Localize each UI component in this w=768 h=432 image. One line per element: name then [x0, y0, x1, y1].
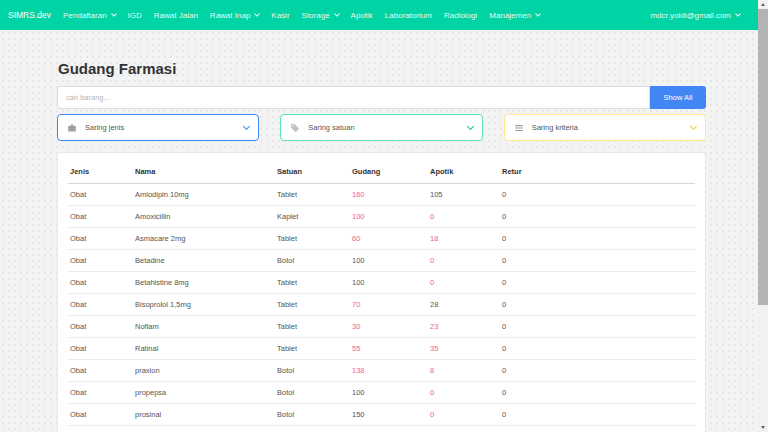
cell-jenis: Obat: [68, 316, 133, 338]
navbar-menu: PendaftaranIGDRawat JalanRawat InapKasir…: [63, 11, 540, 20]
cell-apotik: 0: [428, 206, 500, 228]
cell-satuan: Tablet: [275, 272, 350, 294]
cell-nama: Ratinal: [133, 338, 275, 360]
cell-nama: Betadine: [133, 250, 275, 272]
inventory-table: JenisNamaSatuanGudangApotikRetur ObatAml…: [68, 161, 695, 432]
nav-item-apotik[interactable]: Apotik: [351, 11, 373, 20]
cell-nama: propepsa: [133, 382, 275, 404]
nav-item-rawat-inap[interactable]: Rawat Inap: [210, 11, 259, 20]
scroll-up-arrow-icon: [761, 3, 765, 6]
cell-satuan: Tablet: [275, 228, 350, 250]
briefcase-icon: [67, 123, 77, 133]
nav-item-kasir[interactable]: Kasir: [271, 11, 289, 20]
cell-retur: 0: [500, 184, 695, 206]
cell-nama: Amoxicillin: [133, 206, 275, 228]
cell-apotik: 28: [428, 294, 500, 316]
cell-satuan: Tablet: [275, 316, 350, 338]
tag-icon: [290, 123, 300, 133]
nav-item-label: Manajemen: [489, 11, 531, 20]
table-row: ObatNoflamTablet30230: [68, 316, 695, 338]
scroll-down-button[interactable]: [758, 423, 768, 432]
page-scrollbar: [758, 0, 768, 432]
cell-jenis: Obat: [68, 360, 133, 382]
cell-jenis: Obat: [68, 382, 133, 404]
cell-satuan: Tablet: [275, 426, 350, 432]
nav-item-label: Apotik: [351, 11, 373, 20]
filter-row: Saring jenisSaring satuanSaring kriteria: [57, 114, 706, 141]
cell-nama: Amlodipin 10mg: [133, 184, 275, 206]
cell-apotik: 0: [428, 250, 500, 272]
inventory-table-card: JenisNamaSatuanGudangApotikRetur ObatAml…: [57, 152, 706, 432]
chevron-down-icon: [735, 11, 741, 17]
navbar-brand[interactable]: SIMRS.dev: [8, 10, 51, 20]
nav-item-radiologi[interactable]: Radiologi: [444, 11, 477, 20]
cell-apotik: 0: [428, 382, 500, 404]
cell-retur: 0: [500, 404, 695, 426]
cell-jenis: Obat: [68, 294, 133, 316]
show-all-button[interactable]: Show All: [650, 86, 706, 109]
search-bar: Show All: [57, 86, 706, 109]
cell-jenis: Obat: [68, 272, 133, 294]
cell-retur: 0: [500, 228, 695, 250]
cell-retur: 0: [500, 316, 695, 338]
cell-nama: praxion: [133, 360, 275, 382]
chevron-down-icon: [535, 11, 541, 17]
cell-retur: 0: [500, 382, 695, 404]
filter-saring-satuan[interactable]: Saring satuan: [280, 114, 482, 141]
scrollbar-thumb[interactable]: [758, 9, 768, 305]
cell-jenis: Obat: [68, 228, 133, 250]
cell-apotik: 8: [428, 360, 500, 382]
nav-item-storage[interactable]: Storage: [302, 11, 339, 20]
filter-label: Saring jenis: [85, 123, 236, 132]
table-row: ObatpraxionBotol13880: [68, 360, 695, 382]
main-content: Gudang Farmasi Show All Saring jenisSari…: [0, 30, 758, 432]
table-row: ObatRatinalTablet55350: [68, 338, 695, 360]
cell-gudang: 30: [350, 316, 428, 338]
nav-item-igd[interactable]: IGD: [128, 11, 142, 20]
table-row: ObatBetahistine 8mgTablet10000: [68, 272, 695, 294]
cell-apotik: 0: [428, 426, 500, 432]
filter-saring-kriteria[interactable]: Saring kriteria: [504, 114, 706, 141]
nav-item-label: Kasir: [271, 11, 289, 20]
cell-retur: 0: [500, 294, 695, 316]
cell-satuan: Kaplet: [275, 206, 350, 228]
search-input[interactable]: [57, 86, 650, 109]
cell-gudang: 100: [350, 206, 428, 228]
table-row: ObatBisoprolol 1,5mgTablet70280: [68, 294, 695, 316]
cell-retur: 0: [500, 360, 695, 382]
cell-nama: prosinal: [133, 404, 275, 426]
cell-jenis: Obat: [68, 426, 133, 432]
chevron-down-icon: [690, 123, 697, 130]
nav-item-rawat-jalan[interactable]: Rawat Jalan: [154, 11, 198, 20]
nav-item-label: Pendaftaran: [63, 11, 107, 20]
cell-gudang: 100: [350, 272, 428, 294]
table-row: ObatpropepsaBotol10000: [68, 382, 695, 404]
nav-item-laboratorium[interactable]: Laboratorium: [385, 11, 432, 20]
nav-item-manajemen[interactable]: Manajemen: [489, 11, 540, 20]
cell-nama: Noflam: [133, 316, 275, 338]
user-menu[interactable]: mdcr.yoldi@gmail.com: [650, 11, 740, 20]
filter-label: Saring kriteria: [532, 123, 683, 132]
column-header-retur: Retur: [500, 161, 695, 184]
table-row: ObatBetadineBotol10000: [68, 250, 695, 272]
cell-gudang: 100: [350, 382, 428, 404]
cell-jenis: Obat: [68, 184, 133, 206]
cell-apotik: 105: [428, 184, 500, 206]
table-row: ObattriamcinoloneTablet20000: [68, 426, 695, 432]
scroll-up-button[interactable]: [758, 0, 768, 9]
filter-saring-jenis[interactable]: Saring jenis: [57, 114, 259, 141]
cell-nama: Betahistine 8mg: [133, 272, 275, 294]
cell-satuan: Botol: [275, 360, 350, 382]
cell-satuan: Botol: [275, 404, 350, 426]
nav-item-label: Rawat Inap: [210, 11, 250, 20]
cell-satuan: Tablet: [275, 184, 350, 206]
cell-nama: triamcinolone: [133, 426, 275, 432]
cell-apotik: 0: [428, 272, 500, 294]
cell-apotik: 18: [428, 228, 500, 250]
nav-item-label: Radiologi: [444, 11, 477, 20]
nav-item-pendaftaran[interactable]: Pendaftaran: [63, 11, 116, 20]
cell-gudang: 70: [350, 294, 428, 316]
nav-item-label: Laboratorium: [385, 11, 432, 20]
cell-retur: 0: [500, 272, 695, 294]
table-row: ObatprosinalBotol15000: [68, 404, 695, 426]
